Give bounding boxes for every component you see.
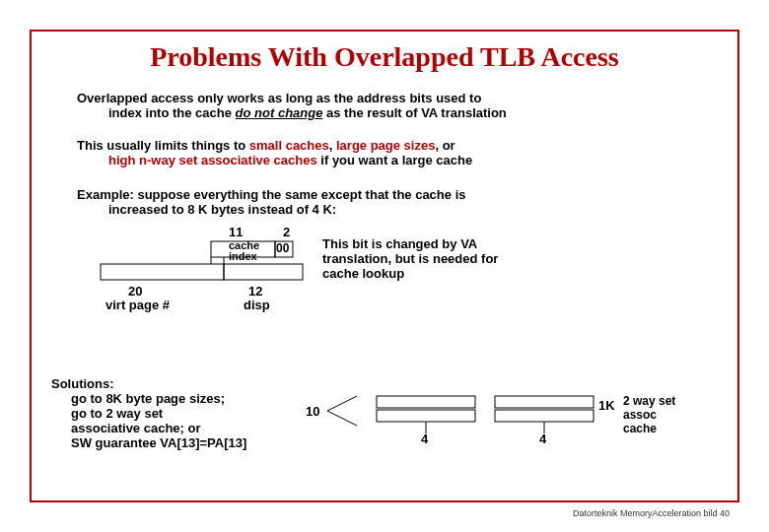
para2a: This usually limits things to: [77, 138, 249, 153]
label-disp: disp: [244, 298, 270, 312]
para1-line2a: index into the cache: [108, 105, 236, 120]
label-10: 10: [306, 404, 319, 419]
label-4a: 4: [421, 432, 428, 446]
para1-line2b: as the result of VA translation: [322, 105, 506, 120]
slide-frame: Problems With Overlapped TLB Access Over…: [30, 30, 739, 502]
para2-nway: high n-way set associative caches: [108, 153, 317, 167]
label-2way: 2 way set assoc cache: [623, 394, 692, 435]
para1-emph: do not change: [236, 105, 323, 120]
solutions-block: Solutions: go to 8K byte page sizes; go …: [51, 376, 308, 450]
solution-1: go to 8K byte page sizes;: [71, 391, 225, 406]
label-index: index: [229, 250, 257, 262]
para3a: Example: suppose everything the same exc…: [77, 187, 465, 202]
slide-footer: Datorteknik MemoryAcceleration bild 40: [573, 508, 730, 518]
svg-rect-8: [377, 396, 475, 408]
assoc-cache-diagram: 10 4 4 1K 2 way set assoc cache: [308, 386, 682, 465]
para2c: , or: [435, 138, 454, 153]
svg-line-7: [327, 411, 357, 426]
solution-4: SW guarantee VA[13]=PA[13]: [71, 435, 246, 450]
svg-rect-11: [495, 410, 594, 422]
label-4b: 4: [539, 432, 546, 446]
svg-rect-10: [495, 396, 594, 408]
para2e: if you want a large cache: [317, 153, 473, 167]
svg-rect-2: [101, 264, 224, 280]
para2b: ,: [329, 138, 336, 153]
para3b: increased to 8 K bytes instead of 4 K:: [77, 202, 629, 217]
label-1k: 1K: [598, 398, 615, 413]
label-20: 20: [128, 284, 142, 299]
label-00: 00: [276, 241, 289, 255]
label-11: 11: [229, 225, 243, 239]
svg-line-6: [327, 396, 357, 411]
svg-rect-3: [224, 264, 303, 280]
solution-2: go to 2 way set: [71, 406, 163, 421]
paragraph-2: This usually limits things to small cach…: [77, 138, 629, 167]
solutions-heading: Solutions:: [51, 376, 114, 391]
label-2: 2: [283, 225, 290, 239]
label-virt: virt page #: [105, 298, 170, 312]
svg-rect-9: [377, 410, 475, 422]
paragraph-1: Overlapped access only works as long as …: [77, 91, 629, 120]
paragraph-3: Example: suppose everything the same exc…: [77, 187, 629, 217]
label-12: 12: [248, 284, 262, 299]
solution-3: associative cache; or: [71, 421, 201, 435]
para2-large: large page sizes: [336, 138, 435, 153]
diagram1-svg: [71, 227, 357, 335]
para1-line1: Overlapped access only works as long as …: [77, 91, 481, 105]
slide-title: Problems With Overlapped TLB Access: [32, 41, 737, 73]
bit-changed-note: This bit is changed by VA translation, b…: [322, 236, 520, 281]
para2-small: small caches: [249, 138, 329, 153]
address-diagram: 11 2 cache index 00 20 virt page # 12 di…: [71, 227, 357, 335]
